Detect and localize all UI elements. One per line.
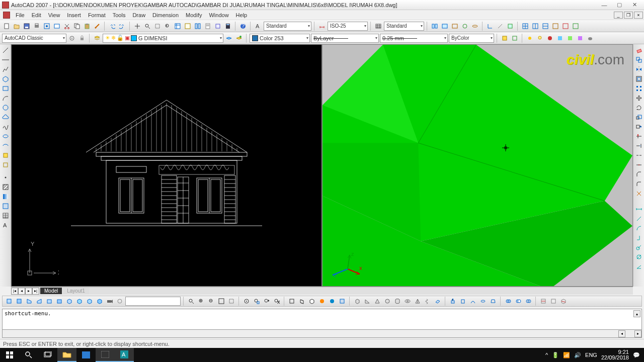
join-icon[interactable] <box>634 160 643 169</box>
cmd-scroll-left[interactable]: ◂ <box>618 330 625 337</box>
render-material-icon[interactable] <box>545 34 554 43</box>
mtext-icon[interactable]: A <box>1 221 10 229</box>
workspace-lock-icon[interactable] <box>77 34 87 43</box>
doc-restore[interactable]: ❐ <box>624 12 633 19</box>
dim-ord-icon[interactable] <box>634 233 643 242</box>
viewport-single-icon[interactable] <box>440 22 449 31</box>
tab-prev[interactable]: ◂ <box>18 288 25 295</box>
explode-icon[interactable] <box>634 189 643 198</box>
tray-chevron-icon[interactable]: ^ <box>545 352 548 358</box>
text-style-icon[interactable]: A <box>254 22 263 31</box>
viewport-join-icon[interactable] <box>430 22 439 31</box>
cmd-scroll-up[interactable]: ▴ <box>633 310 640 317</box>
plotstyle-dropdown[interactable]: ByColor <box>449 34 494 43</box>
viewport-3d[interactable]: x z civil.com <box>322 44 633 287</box>
menu-format[interactable]: Format <box>85 11 109 19</box>
pan-icon[interactable] <box>133 22 142 31</box>
vp-config-icon[interactable] <box>521 22 530 31</box>
chamfer-icon[interactable] <box>634 170 643 178</box>
named-views-icon[interactable] <box>450 22 459 31</box>
insert-block-icon[interactable] <box>1 151 10 159</box>
zoom-scale-icon[interactable]: x <box>272 297 281 306</box>
presspull-icon[interactable] <box>458 297 467 306</box>
point-icon[interactable] <box>1 173 10 182</box>
extrude-icon[interactable] <box>448 297 457 306</box>
layer-manager-icon[interactable] <box>93 34 102 43</box>
box-icon[interactable] <box>353 297 362 306</box>
tool-palettes-icon[interactable] <box>193 22 202 31</box>
rectangle-icon[interactable] <box>1 84 10 93</box>
flatshot-icon[interactable] <box>549 297 558 306</box>
menu-help[interactable]: Help <box>232 11 251 19</box>
markup-icon[interactable] <box>213 22 222 31</box>
tray-clock[interactable]: 9:2122/09/2018 <box>601 349 629 360</box>
linetype-dropdown[interactable]: ByLayer <box>311 34 379 43</box>
menu-edit[interactable]: Edit <box>28 11 45 19</box>
mirror-icon[interactable] <box>634 65 643 73</box>
vp-config6-icon[interactable] <box>571 22 580 31</box>
revolve-icon[interactable] <box>478 297 488 306</box>
revcloud-icon[interactable] <box>1 113 10 121</box>
menu-draw[interactable]: Draw <box>129 11 149 19</box>
tab-first[interactable]: |◂ <box>11 288 18 295</box>
polyline-icon[interactable] <box>1 65 10 73</box>
gradient-icon[interactable] <box>1 192 10 201</box>
vp-config4-icon[interactable] <box>551 22 560 31</box>
copy-icon[interactable] <box>72 22 82 31</box>
array-icon[interactable] <box>634 84 643 93</box>
tray-lang[interactable]: ENG <box>585 352 597 358</box>
vs-conceptual-icon[interactable] <box>328 297 337 306</box>
help-icon[interactable]: ? <box>238 22 248 31</box>
view-more-icon[interactable] <box>115 297 124 306</box>
undo-icon[interactable] <box>108 22 117 31</box>
camera-icon[interactable] <box>105 297 114 306</box>
hatch-icon[interactable] <box>1 183 10 191</box>
ucs-prev-icon[interactable] <box>496 22 505 31</box>
view-bottom-icon[interactable] <box>15 297 24 306</box>
union-icon[interactable] <box>504 297 513 306</box>
table-style-dropdown[interactable]: Standard <box>384 22 424 31</box>
render-teapot-icon[interactable] <box>586 34 595 43</box>
scale-icon[interactable] <box>634 113 643 121</box>
block-editor-icon[interactable] <box>500 34 509 43</box>
dim-diameter-icon[interactable] <box>634 252 643 261</box>
move-icon[interactable] <box>634 94 643 102</box>
zoom-previous-icon[interactable] <box>163 22 172 31</box>
view-back-icon[interactable] <box>55 297 64 306</box>
tray-notifications-icon[interactable]: 💬 <box>633 352 640 358</box>
arc-icon[interactable] <box>1 94 10 102</box>
pyramid-icon[interactable] <box>413 297 422 306</box>
3dorbit-icon[interactable] <box>460 22 469 31</box>
command-window[interactable]: shortcut-menu. ▴ <box>2 309 642 330</box>
render-sun-icon[interactable] <box>525 34 534 43</box>
dim-aligned-icon[interactable] <box>634 214 643 223</box>
cmd-scroll-right[interactable]: ▸ <box>634 330 641 337</box>
extend-icon[interactable] <box>634 141 643 150</box>
tray-volume-icon[interactable]: 🔊 <box>574 352 581 358</box>
dim-angular-icon[interactable] <box>634 262 643 270</box>
view-se-iso-icon[interactable] <box>75 297 84 306</box>
cone-icon[interactable] <box>373 297 382 306</box>
menu-tools[interactable]: Tools <box>109 11 129 19</box>
tab-model[interactable]: Model <box>40 288 62 294</box>
break-icon[interactable] <box>634 151 643 159</box>
text-style-dropdown[interactable]: Standard <box>264 22 311 31</box>
region-icon[interactable] <box>1 202 10 210</box>
subtract-icon[interactable] <box>514 297 523 306</box>
start-button[interactable] <box>0 348 19 362</box>
erase-icon[interactable] <box>634 46 643 54</box>
view-left-icon[interactable] <box>25 297 34 306</box>
zoom-extents-icon[interactable] <box>217 297 226 306</box>
taskbar-app1[interactable] <box>76 348 96 362</box>
spline-icon[interactable] <box>1 122 10 131</box>
table-icon[interactable] <box>1 211 10 220</box>
make-block-icon[interactable] <box>1 160 10 169</box>
torus-icon[interactable] <box>403 297 412 306</box>
sphere-icon[interactable] <box>383 297 392 306</box>
section-icon[interactable] <box>539 297 548 306</box>
rotate-icon[interactable] <box>634 103 643 112</box>
lineweight-dropdown[interactable]: 0.25 mm <box>380 34 448 43</box>
loft-icon[interactable] <box>489 297 498 306</box>
trim-icon[interactable] <box>634 132 643 140</box>
taskbar-autocad[interactable]: A <box>115 348 134 362</box>
